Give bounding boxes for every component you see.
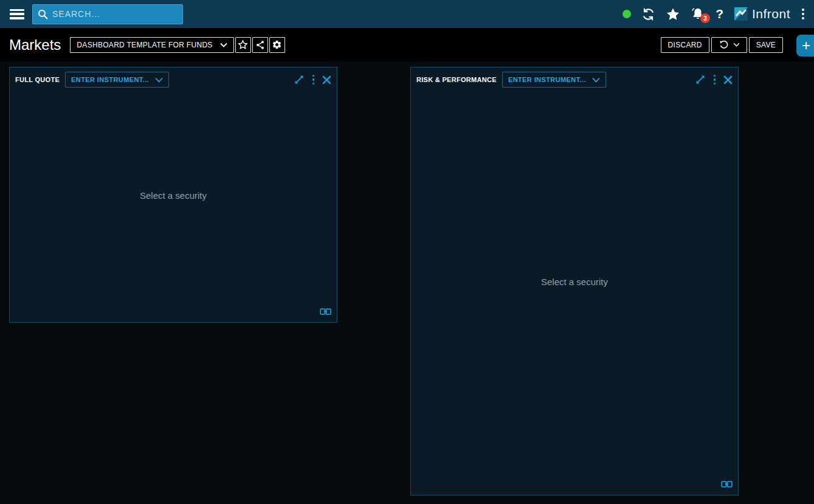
search-box[interactable] [32, 4, 183, 24]
full-quote-widget: FULL QUOTE ENTER INSTRUMENT... [9, 67, 337, 323]
add-widget-button[interactable]: + [796, 35, 814, 57]
infront-logo: Infront [734, 7, 790, 21]
chevron-down-icon [155, 77, 163, 83]
widget-title: FULL QUOTE [15, 76, 60, 83]
link-channel-icon[interactable] [320, 308, 331, 316]
widget-menu-icon[interactable] [312, 75, 315, 85]
notifications-bell-icon[interactable]: 3 [691, 7, 705, 21]
restore-history-icon [719, 40, 729, 50]
save-button[interactable]: SAVE [749, 37, 783, 53]
infront-logo-mark [734, 7, 748, 21]
instrument-selector[interactable]: ENTER INSTRUMENT... [65, 72, 169, 88]
page-title: Markets [9, 36, 61, 54]
share-icon [255, 40, 265, 50]
dashboard-template-value: DASHBOARD TEMPLATE FOR FUNDS [77, 41, 212, 49]
expand-widget-icon[interactable] [294, 74, 305, 85]
close-widget-icon[interactable] [723, 75, 733, 85]
chevron-down-icon [733, 43, 740, 47]
share-dashboard-button[interactable] [252, 37, 268, 53]
top-bar: 3 ? Infront [0, 0, 814, 28]
brand-name: Infront [752, 7, 790, 21]
topbar-right-cluster: 3 ? Infront [623, 7, 805, 21]
favorites-star-icon[interactable] [666, 7, 680, 21]
connection-status-dot [623, 10, 631, 18]
favorite-dashboard-button[interactable] [235, 37, 251, 53]
expand-widget-icon[interactable] [695, 74, 706, 85]
widget-menu-icon[interactable] [714, 75, 716, 85]
star-outline-icon [238, 40, 248, 50]
search-input[interactable] [52, 9, 178, 19]
instrument-selector[interactable]: ENTER INSTRUMENT... [502, 72, 606, 88]
chevron-down-icon [220, 43, 227, 47]
overflow-menu-icon[interactable] [801, 7, 805, 21]
widget-title: RISK & PERFORMANCE [416, 76, 497, 83]
version-history-dropdown[interactable] [711, 37, 747, 53]
instrument-selector-placeholder: ENTER INSTRUMENT... [71, 76, 149, 83]
link-channel-icon[interactable] [721, 480, 733, 488]
dashboard-settings-button[interactable] [269, 37, 285, 53]
dashboard-template-dropdown[interactable]: DASHBOARD TEMPLATE FOR FUNDS [70, 37, 233, 53]
risk-performance-widget: RISK & PERFORMANCE ENTER INSTRUMENT... [410, 67, 739, 495]
refresh-icon[interactable] [641, 7, 655, 21]
dashboard-toolbar: Markets DASHBOARD TEMPLATE FOR FUNDS DIS… [0, 28, 814, 61]
notification-count-badge: 3 [700, 13, 710, 23]
instrument-selector-placeholder: ENTER INSTRUMENT... [508, 76, 586, 83]
search-icon [38, 9, 48, 19]
close-widget-icon[interactable] [322, 75, 331, 85]
full-quote-header: FULL QUOTE ENTER INSTRUMENT... [10, 67, 337, 88]
chevron-down-icon [592, 77, 600, 83]
gear-icon [272, 40, 282, 50]
help-icon[interactable]: ? [716, 7, 723, 21]
toolbar-actions: DISCARD SAVE [661, 37, 783, 53]
empty-state-message: Select a security [541, 276, 608, 286]
risk-performance-header: RISK & PERFORMANCE ENTER INSTRUMENT... [411, 67, 738, 88]
discard-button[interactable]: DISCARD [661, 37, 709, 53]
hamburger-menu-icon[interactable] [10, 9, 24, 19]
empty-state-message: Select a security [140, 190, 207, 200]
